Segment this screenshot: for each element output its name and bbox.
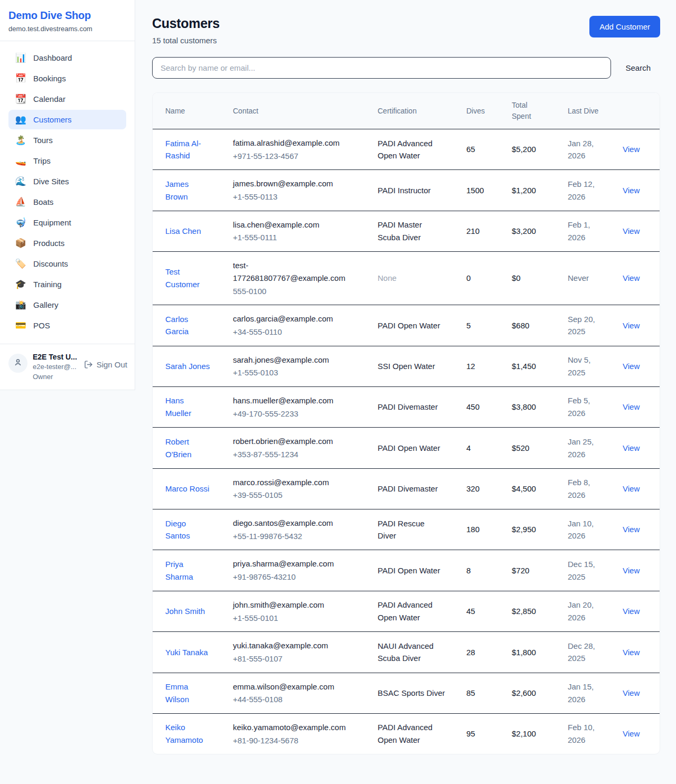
customer-contact: carlos.garcia@example.com +34-555-0110 — [220, 305, 365, 346]
customer-dives: 4 — [454, 428, 499, 468]
customer-certification: PADI Open Water — [365, 428, 454, 468]
sidebar-item-tours[interactable]: 🏝️ Tours — [8, 130, 126, 150]
sidebar-item-label: Tours — [33, 136, 53, 145]
customer-last-dive: Never — [555, 252, 610, 305]
sidebar-item-label: Gallery — [33, 300, 59, 309]
view-link[interactable]: View — [623, 226, 640, 235]
search-button[interactable]: Search — [611, 63, 660, 72]
column-header-name: Name — [153, 93, 220, 129]
customer-name-link[interactable]: James Brown — [165, 180, 189, 201]
customers-table: NameContactCertificationDivesTotal Spent… — [153, 93, 660, 754]
sidebar-item-products[interactable]: 📦 Products — [8, 233, 126, 253]
sidebar-item-dive-sites[interactable]: 🌊 Dive Sites — [8, 172, 126, 191]
customer-name-link[interactable]: Test Customer — [165, 267, 200, 289]
view-link[interactable]: View — [623, 525, 640, 534]
sidebar-item-pos[interactable]: 💳 POS — [8, 316, 126, 335]
boats-icon: ⛵ — [15, 197, 26, 206]
sidebar-item-boats[interactable]: ⛵ Boats — [8, 192, 126, 212]
view-link[interactable]: View — [623, 321, 640, 330]
view-link[interactable]: View — [623, 443, 640, 452]
view-link[interactable]: View — [623, 145, 640, 154]
customer-phone: 555-0100 — [233, 285, 356, 298]
table-row: Marco Rossi marco.rossi@example.com +39-… — [153, 468, 660, 509]
customer-dives: 180 — [454, 509, 499, 550]
customer-phone: +49-170-555-2233 — [233, 408, 356, 420]
tours-icon: 🏝️ — [15, 136, 26, 145]
trips-icon: 🚤 — [15, 156, 26, 165]
sidebar-item-bookings[interactable]: 📅 Bookings — [8, 69, 126, 88]
customer-name-link[interactable]: Hans Mueller — [165, 396, 191, 418]
sign-out-label: Sign Out — [97, 360, 127, 369]
customer-email: emma.wilson@example.com — [233, 681, 356, 693]
customer-last-dive: Feb 1, 2026 — [555, 211, 610, 251]
customer-name-link[interactable]: Yuki Tanaka — [165, 648, 208, 657]
customer-phone: +39-555-0105 — [233, 489, 356, 502]
customer-email: carlos.garcia@example.com — [233, 313, 356, 325]
table-row: Diego Santos diego.santos@example.com +5… — [153, 509, 660, 550]
customer-total-spent: $2,100 — [499, 713, 555, 754]
view-link[interactable]: View — [623, 484, 640, 493]
search-row: Search — [152, 57, 660, 79]
sidebar-item-customers[interactable]: 👥 Customers — [8, 110, 126, 129]
customer-name-link[interactable]: Carlos Garcia — [165, 315, 189, 336]
sidebar-item-gallery[interactable]: 📸 Gallery — [8, 295, 126, 315]
sidebar-nav: 📊 Dashboard 📅 Bookings 📆 Calendar 👥 Cust… — [0, 41, 135, 341]
page-header: Customers 15 total customers Add Custome… — [152, 16, 660, 45]
view-link[interactable]: View — [623, 362, 640, 371]
customer-name-link[interactable]: Emma Wilson — [165, 682, 189, 704]
customer-phone: +1-555-0101 — [233, 612, 356, 625]
sidebar-item-label: Training — [33, 280, 62, 289]
customer-name-link[interactable]: Fatima Al-Rashid — [165, 139, 201, 160]
table-row: Test Customer test-1772681807767@example… — [153, 252, 660, 305]
customer-name-link[interactable]: Lisa Chen — [165, 226, 201, 235]
customer-contact: fatima.alrashid@example.com +971-55-123-… — [220, 129, 365, 170]
page-header-text: Customers 15 total customers — [152, 16, 220, 45]
sign-out-button[interactable]: Sign Out — [84, 360, 127, 369]
customer-name-link[interactable]: Marco Rossi — [165, 484, 209, 493]
customer-certification: PADI Advanced Open Water — [365, 129, 454, 170]
customer-name-link[interactable]: Robert O'Brien — [165, 437, 192, 459]
view-link[interactable]: View — [623, 566, 640, 575]
customer-total-spent: $720 — [499, 550, 555, 591]
customer-name-link[interactable]: Priya Sharma — [165, 560, 193, 581]
discounts-icon: 🏷️ — [15, 259, 26, 268]
table-row: Lisa Chen lisa.chen@example.com +1-555-0… — [153, 211, 660, 251]
pos-icon: 💳 — [15, 321, 26, 330]
equipment-icon: 🤿 — [15, 218, 26, 227]
customer-total-spent: $520 — [499, 428, 555, 468]
sidebar-item-discounts[interactable]: 🏷️ Discounts — [8, 254, 126, 273]
customer-name-link[interactable]: Keiko Yamamoto — [165, 723, 203, 744]
customer-name-link[interactable]: Sarah Jones — [165, 362, 210, 371]
view-link[interactable]: View — [623, 607, 640, 616]
customer-phone: +34-555-0110 — [233, 326, 356, 338]
sidebar-item-calendar[interactable]: 📆 Calendar — [8, 89, 126, 109]
sidebar-item-training[interactable]: 🎓 Training — [8, 275, 126, 294]
sidebar-item-dashboard[interactable]: 📊 Dashboard — [8, 48, 126, 68]
customer-dives: 85 — [454, 673, 499, 713]
brand-name[interactable]: Demo Dive Shop — [8, 10, 126, 22]
customer-name-link[interactable]: Diego Santos — [165, 519, 190, 541]
customer-certification: PADI Divemaster — [365, 468, 454, 509]
view-link[interactable]: View — [623, 186, 640, 195]
sidebar-item-equipment[interactable]: 🤿 Equipment — [8, 213, 126, 232]
search-input[interactable] — [152, 57, 611, 79]
customer-phone: +81-90-1234-5678 — [233, 734, 356, 747]
sidebar-item-trips[interactable]: 🚤 Trips — [8, 151, 126, 171]
customer-last-dive: Jan 20, 2026 — [555, 591, 610, 631]
page-title: Customers — [152, 16, 220, 31]
customer-name-link[interactable]: John Smith — [165, 607, 205, 616]
sidebar-item-label: Calendar — [33, 95, 65, 103]
view-link[interactable]: View — [623, 688, 640, 697]
view-link[interactable]: View — [623, 648, 640, 657]
view-link[interactable]: View — [623, 729, 640, 738]
customer-email: diego.santos@example.com — [233, 517, 356, 530]
add-customer-button[interactable]: Add Customer — [589, 16, 660, 37]
user-email: e2e-tester@... — [33, 362, 79, 372]
customer-total-spent: $1,450 — [499, 346, 555, 386]
table-row: Priya Sharma priya.sharma@example.com +9… — [153, 550, 660, 591]
brand: Demo Dive Shop demo.test.divestreams.com — [0, 0, 135, 41]
view-link[interactable]: View — [623, 402, 640, 411]
table-header-row: NameContactCertificationDivesTotal Spent… — [153, 93, 660, 129]
view-link[interactable]: View — [623, 273, 640, 282]
customer-certification: PADI Divemaster — [365, 386, 454, 427]
